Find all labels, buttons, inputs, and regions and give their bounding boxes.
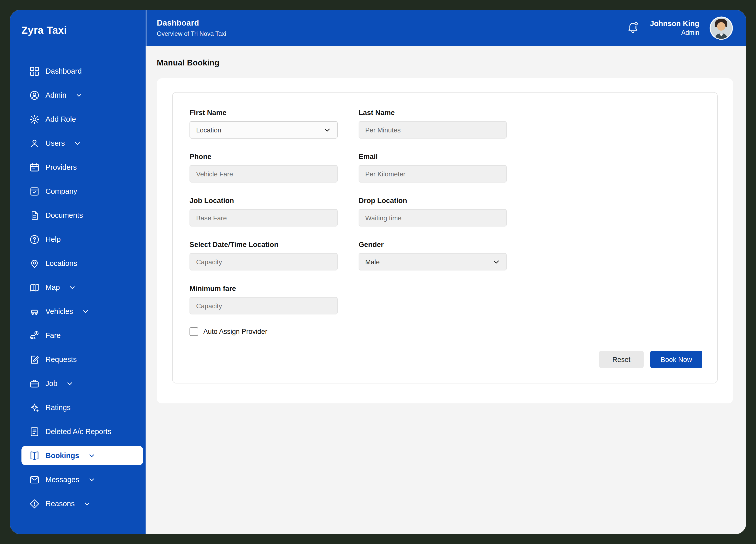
sidebar-item-label: Messages — [45, 476, 79, 484]
sidebar-item-label: Users — [45, 139, 65, 147]
vehicles-icon — [29, 306, 40, 317]
field-email: Email — [359, 152, 507, 182]
field-drop-location: Drop Location — [359, 196, 507, 226]
sidebar-item-label: Vehicles — [45, 307, 73, 316]
phone-input[interactable] — [190, 165, 338, 182]
admin-icon — [29, 90, 40, 100]
first-name-select[interactable]: Location — [190, 121, 338, 138]
add-role-icon — [29, 114, 40, 124]
field-phone: Phone — [190, 152, 338, 182]
sidebar-item-label: Ratings — [45, 403, 70, 412]
sidebar-item-providers[interactable]: Providers — [21, 157, 143, 177]
sidebar-item-map[interactable]: Map — [21, 278, 143, 297]
dashboard-icon — [29, 66, 40, 76]
sidebar-item-label: Documents — [45, 211, 83, 219]
sidebar-item-job[interactable]: Job — [21, 374, 143, 393]
sidebar-item-locations[interactable]: Locations — [21, 253, 143, 273]
job-icon — [29, 378, 40, 389]
chevron-down-icon — [84, 500, 90, 507]
chevron-down-icon — [69, 284, 76, 291]
sidebar-item-label: Job — [45, 379, 57, 388]
auto-assign-row[interactable]: Auto Assign Provider — [190, 327, 702, 336]
sidebar-nav: Dashboard Admin Add Role Users — [10, 61, 146, 522]
chevron-down-icon — [82, 308, 89, 315]
email-label: Email — [359, 152, 507, 160]
providers-icon — [29, 162, 40, 172]
avatar[interactable] — [710, 16, 733, 40]
help-icon — [29, 234, 40, 244]
field-first-name: First Name Location — [190, 108, 338, 138]
chevron-down-icon — [88, 452, 95, 459]
chevron-down-icon — [323, 126, 331, 134]
sidebar-item-add-role[interactable]: Add Role — [21, 109, 143, 129]
last-name-input[interactable] — [359, 121, 507, 138]
sidebar-item-documents[interactable]: Documents — [21, 205, 143, 225]
sidebar-item-vehicles[interactable]: Vehicles — [21, 302, 143, 321]
map-icon — [29, 282, 40, 293]
first-name-select-value: Location — [196, 126, 221, 134]
sidebar-item-label: Admin — [45, 91, 66, 99]
first-name-label: First Name — [190, 108, 338, 117]
chevron-down-icon — [67, 380, 73, 387]
sidebar-item-reasons[interactable]: Reasons — [21, 494, 143, 513]
sidebar-item-label: Fare — [45, 331, 61, 340]
auto-assign-checkbox[interactable] — [190, 327, 198, 336]
drop-location-input[interactable] — [359, 209, 507, 226]
job-location-input[interactable] — [190, 209, 338, 226]
sidebar-item-label: Dashboard — [45, 67, 82, 75]
top-header: Dashboard Overview of Tri Nova Taxi John… — [146, 10, 746, 46]
app-window: Zyra Taxi Dashboard Admin Add Role — [10, 10, 746, 534]
reset-button[interactable]: Reset — [599, 351, 644, 368]
sidebar-item-admin[interactable]: Admin — [21, 85, 143, 105]
sidebar-item-users[interactable]: Users — [21, 133, 143, 153]
field-date-time: Select Date/Time Location — [190, 240, 338, 270]
app-logo: Zyra Taxi — [21, 24, 146, 37]
booking-form: First Name Location Last Name — [172, 92, 718, 384]
sidebar-item-label: Reasons — [45, 500, 75, 508]
user-name: Johnson King — [650, 19, 699, 28]
sidebar-item-company[interactable]: Company — [21, 181, 143, 201]
sidebar-item-label: Add Role — [45, 115, 76, 123]
sidebar-item-bookings[interactable]: Bookings — [21, 446, 143, 465]
date-time-label: Select Date/Time Location — [190, 240, 338, 248]
last-name-label: Last Name — [359, 108, 507, 117]
page-title: Manual Booking — [157, 58, 733, 67]
sidebar-item-fare[interactable]: Fare — [21, 326, 143, 345]
email-input[interactable] — [359, 165, 507, 182]
sidebar-item-help[interactable]: Help — [21, 229, 143, 249]
minimum-fare-label: Minimum fare — [190, 284, 338, 293]
sidebar-item-messages[interactable]: Messages — [21, 470, 143, 489]
page-header-title: Dashboard — [157, 18, 226, 28]
sidebar-item-label: Locations — [45, 259, 77, 267]
main-content: Manual Booking First Name Location — [146, 46, 746, 534]
sidebar: Zyra Taxi Dashboard Admin Add Role — [10, 10, 146, 534]
user-info: Johnson King Admin — [650, 19, 699, 36]
locations-icon — [29, 258, 40, 269]
deleted-reports-icon — [29, 426, 40, 437]
sidebar-item-requests[interactable]: Requests — [21, 350, 143, 369]
right-column: Dashboard Overview of Tri Nova Taxi John… — [146, 10, 746, 534]
sidebar-item-label: Requests — [45, 355, 77, 364]
ratings-icon — [29, 402, 40, 413]
sidebar-item-ratings[interactable]: Ratings — [21, 398, 143, 417]
date-time-input[interactable] — [190, 253, 338, 270]
users-icon — [29, 138, 40, 148]
chevron-down-icon — [492, 258, 500, 265]
sidebar-item-dashboard[interactable]: Dashboard — [21, 61, 143, 81]
sidebar-item-label: Map — [45, 283, 60, 292]
book-now-button[interactable]: Book Now — [650, 351, 702, 368]
notifications-button[interactable] — [627, 20, 640, 35]
sidebar-item-label: Deleted A/c Reports — [45, 428, 111, 436]
field-minimum-fare: Minimum fare — [190, 284, 338, 315]
gender-select[interactable]: Male — [359, 253, 507, 270]
screen: Zyra Taxi Dashboard Admin Add Role — [0, 0, 756, 544]
user-role: Admin — [650, 29, 699, 36]
requests-icon — [29, 354, 40, 365]
job-location-label: Job Location — [190, 196, 338, 204]
minimum-fare-input[interactable] — [190, 297, 338, 315]
company-icon — [29, 186, 40, 196]
sidebar-item-deleted-reports[interactable]: Deleted A/c Reports — [21, 422, 143, 441]
form-footer: Reset Book Now — [190, 351, 702, 368]
form-grid: First Name Location Last Name — [190, 108, 702, 315]
sidebar-item-label: Company — [45, 187, 77, 195]
